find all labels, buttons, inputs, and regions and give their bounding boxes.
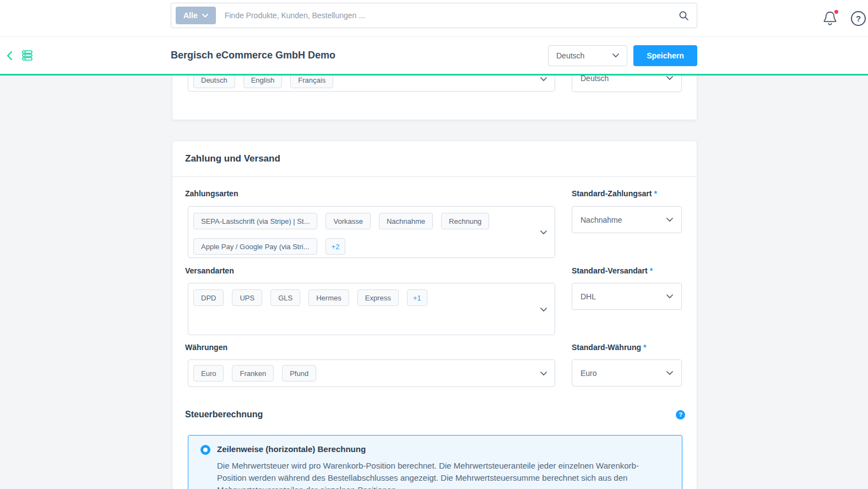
required-asterisk: * [643,343,646,352]
default-shipping-value: DHL [581,292,596,301]
admin-top-bar: Alle ? [0,0,868,37]
shipping-tag[interactable]: GLS [270,289,300,306]
chevron-down-icon [666,76,673,80]
card-header: Zahlung und Versand [172,141,697,177]
default-currency-value: Euro [581,369,597,378]
back-chevron-icon[interactable] [6,51,14,61]
content-language-value: Deutsch [556,51,584,60]
shipping-more-badge[interactable]: +1 [407,289,427,306]
smart-bar: Bergisch eCommerce GmbH Demo Deutsch Spe… [0,37,868,76]
search-icon[interactable] [679,10,689,21]
chevron-down-icon[interactable] [540,308,547,312]
chevron-down-icon[interactable] [540,372,547,376]
help-center-icon[interactable]: ? [851,11,866,26]
tax-option-horizontal[interactable]: Zeilenweise (horizontale) Berechnung Die… [188,435,682,489]
shipping-tag[interactable]: DPD [193,289,224,306]
help-icon[interactable]: ? [676,410,685,420]
page-title: Bergisch eCommerce GmbH Demo [171,37,335,74]
currency-tag[interactable]: Pfund [282,365,316,381]
payment-tag[interactable]: Apple Pay / Google Pay (via Stri... [193,238,317,255]
notification-badge [833,9,839,15]
chevron-down-icon [202,14,208,18]
payment-more-badge[interactable]: +2 [326,238,346,255]
default-payment-value: Nachnahme [581,216,622,224]
payment-tag[interactable]: Vorkasse [326,213,370,229]
default-payment-select[interactable]: Nachnahme [572,206,682,233]
chevron-down-icon [666,218,673,222]
chevron-down-icon[interactable] [540,230,547,235]
required-asterisk: * [650,266,653,275]
payment-methods-multiselect[interactable]: SEPA-Lastschrift (via Stripe) | St... Vo… [188,206,555,258]
chevron-down-icon [666,371,673,375]
chevron-down-icon[interactable] [540,77,547,82]
payment-shipping-card: Zahlung und Versand Zahlungsarten SEPA-L… [172,141,697,489]
radio-selected-icon[interactable] [200,445,210,455]
currencies-multiselect[interactable]: Euro Franken Pfund [188,359,555,387]
default-shipping-label: Standard-Versandart * [572,266,653,275]
search-input[interactable] [225,11,679,20]
tax-section-title: Steuerberechnung [185,410,263,420]
payment-tag[interactable]: Nachnahme [379,213,433,229]
content-language-select[interactable]: Deutsch [548,45,627,66]
payment-tag[interactable]: Rechnung [441,213,489,229]
payment-methods-label: Zahlungsarten [185,189,238,198]
chevron-down-icon [612,53,619,58]
shipping-tag[interactable]: UPS [232,289,262,306]
global-search-bar: Alle [171,3,697,28]
tax-option-description: Die Mehrwertsteuer wird pro Warenkorb-Po… [217,460,651,489]
currency-tag[interactable]: Euro [193,365,224,381]
required-asterisk: * [654,189,657,198]
shipping-tag[interactable]: Express [357,289,399,306]
search-scope-label: Alle [183,11,198,20]
chevron-down-icon [666,294,673,299]
currency-tag[interactable]: Franken [232,365,274,381]
currencies-label: Währungen [185,343,227,352]
default-payment-label: Standard-Zahlungsart * [572,189,657,198]
payment-tag[interactable]: SEPA-Lastschrift (via Stripe) | St... [193,213,317,229]
default-currency-label: Standard-Währung * [572,343,646,352]
tax-option-title: Zeilenweise (horizontale) Berechnung [217,444,366,454]
card-title: Zahlung und Versand [185,153,280,164]
default-currency-select[interactable]: Euro [572,359,682,386]
notifications-bell-icon[interactable] [822,10,839,28]
search-scope-button[interactable]: Alle [176,7,216,24]
sales-channel-icon[interactable] [21,50,33,61]
default-shipping-select[interactable]: DHL [572,283,682,310]
shipping-methods-multiselect[interactable]: DPD UPS GLS Hermes Express +1 [188,283,555,335]
shipping-tag[interactable]: Hermes [308,289,349,306]
shipping-methods-label: Versandarten [185,266,234,275]
save-button[interactable]: Speichern [633,45,697,66]
